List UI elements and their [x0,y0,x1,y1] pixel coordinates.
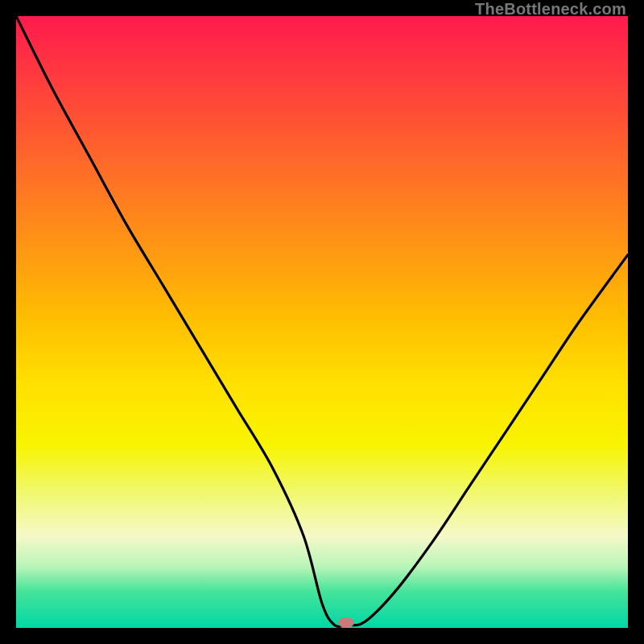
chart-frame: TheBottleneck.com [0,0,644,644]
bottleneck-curve [16,16,628,628]
watermark-text: TheBottleneck.com [475,0,626,19]
